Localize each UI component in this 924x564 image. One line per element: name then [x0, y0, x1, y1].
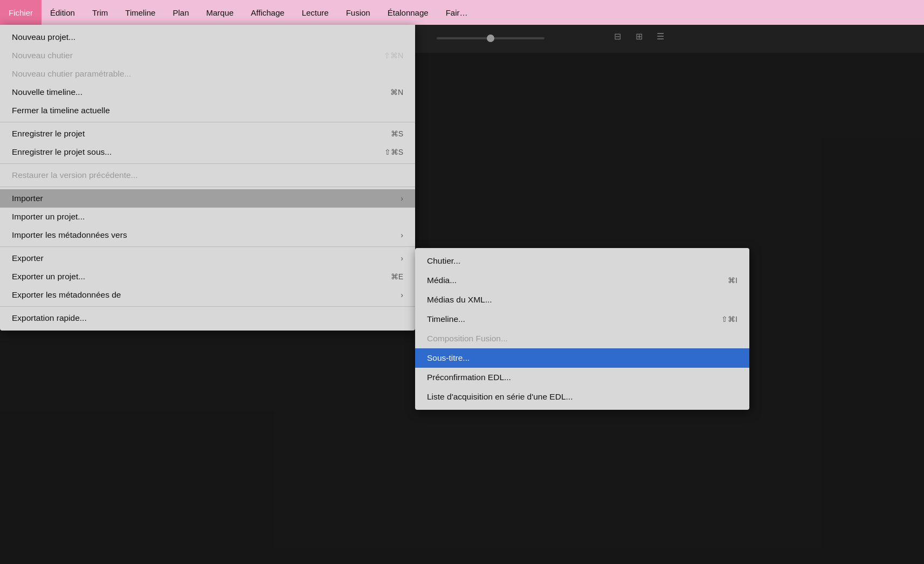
- menu-item-label-exportation-rapide: Exportation rapide...: [12, 313, 403, 323]
- menubar-item-etalonnage[interactable]: Étalonnage: [379, 0, 437, 25]
- menu-item-importer[interactable]: Importer›: [0, 189, 415, 208]
- submenu-item-shortcut-timeline: ⇧⌘I: [721, 315, 737, 324]
- menu-item-label-enregistrer-sous: Enregistrer le projet sous...: [12, 147, 363, 157]
- menubar-item-plan[interactable]: Plan: [164, 0, 197, 25]
- menubar-item-edition[interactable]: Édition: [42, 0, 84, 25]
- menu-item-exporter[interactable]: Exporter›: [0, 249, 415, 267]
- submenu-item-label-medias-xml: Médias du XML...: [427, 295, 737, 305]
- menu-item-label-enregistrer-projet: Enregistrer le projet: [12, 129, 369, 139]
- menu-item-shortcut-exporter-projet: ⌘E: [391, 272, 403, 281]
- submenu-item-label-preconfirmation-edl: Préconfirmation EDL...: [427, 373, 737, 382]
- menu-item-nouvelle-timeline[interactable]: Nouvelle timeline...⌘N: [0, 83, 415, 101]
- menu-item-label-exporter: Exporter: [12, 253, 401, 263]
- menu-item-label-nouveau-projet: Nouveau projet...: [12, 32, 403, 42]
- fichier-menu: Nouveau projet...Nouveau chutier⇧⌘NNouve…: [0, 25, 415, 331]
- menu-item-nouveau-projet[interactable]: Nouveau projet...: [0, 28, 415, 46]
- menu-item-label-restaurer: Restaurer la version précédente...: [12, 170, 403, 180]
- menubar-item-trim[interactable]: Trim: [84, 0, 116, 25]
- menu-item-label-nouveau-chutier-parametrable: Nouveau chutier paramétrable...: [12, 69, 403, 79]
- menubar-item-affichage[interactable]: Affichage: [242, 0, 293, 25]
- menu-item-importer-metadonnees[interactable]: Importer les métadonnées vers›: [0, 226, 415, 244]
- submenu-item-label-media: Média...: [427, 276, 706, 285]
- menubar-item-fair[interactable]: Fair…: [437, 0, 477, 25]
- menu-item-fermer-timeline[interactable]: Fermer la timeline actuelle: [0, 101, 415, 120]
- submenu-item-label-chutier: Chutier...: [427, 256, 737, 266]
- menu-divider-div2: [0, 163, 415, 164]
- submenu-item-label-timeline: Timeline...: [427, 314, 700, 324]
- menu-item-shortcut-nouveau-chutier: ⇧⌘N: [384, 51, 403, 60]
- submenu-item-composition-fusion: Composition Fusion...: [415, 329, 749, 348]
- submenu-item-liste-acquisition[interactable]: Liste d'acquisition en série d'une EDL..…: [415, 387, 749, 407]
- menu-item-label-nouvelle-timeline: Nouvelle timeline...: [12, 87, 369, 97]
- menu-item-nouveau-chutier-parametrable: Nouveau chutier paramétrable...: [0, 65, 415, 83]
- menu-item-nouveau-chutier: Nouveau chutier⇧⌘N: [0, 46, 415, 65]
- menubar-item-lecture[interactable]: Lecture: [293, 0, 337, 25]
- menubar-item-timeline[interactable]: Timeline: [116, 0, 164, 25]
- menu-item-shortcut-enregistrer-projet: ⌘S: [391, 129, 403, 138]
- submenu-item-chutier[interactable]: Chutier...: [415, 251, 749, 271]
- menu-item-label-importer-metadonnees: Importer les métadonnées vers: [12, 230, 401, 240]
- menu-item-enregistrer-projet[interactable]: Enregistrer le projet⌘S: [0, 125, 415, 143]
- menu-item-shortcut-enregistrer-sous: ⇧⌘S: [384, 148, 403, 156]
- submenu-item-label-sous-titre: Sous-titre...: [427, 353, 737, 363]
- menu-item-importer-projet[interactable]: Importer un projet...: [0, 208, 415, 226]
- submenu-item-preconfirmation-edl[interactable]: Préconfirmation EDL...: [415, 368, 749, 387]
- submenu-arrow-importer-metadonnees: ›: [401, 231, 403, 239]
- submenu-item-timeline[interactable]: Timeline...⇧⌘I: [415, 309, 749, 329]
- menubar-item-fusion[interactable]: Fusion: [337, 0, 379, 25]
- menu-divider-div3: [0, 187, 415, 187]
- submenu-item-sous-titre[interactable]: Sous-titre...: [415, 348, 749, 368]
- menubar-item-fichier[interactable]: Fichier: [0, 0, 42, 25]
- importer-submenu: Chutier...Média...⌘IMédias du XML...Time…: [415, 248, 749, 410]
- menu-divider-div1: [0, 122, 415, 122]
- submenu-arrow-exporter: ›: [401, 254, 403, 263]
- menu-divider-div5: [0, 306, 415, 307]
- menu-item-enregistrer-sous[interactable]: Enregistrer le projet sous...⇧⌘S: [0, 143, 415, 161]
- menu-item-exporter-projet[interactable]: Exporter un projet...⌘E: [0, 267, 415, 286]
- submenu-arrow-exporter-metadonnees: ›: [401, 291, 403, 299]
- submenu-item-label-liste-acquisition: Liste d'acquisition en série d'une EDL..…: [427, 392, 737, 402]
- menubar: Fichier Édition Trim Timeline Plan Marqu…: [0, 0, 924, 25]
- menu-item-label-exporter-metadonnees: Exporter les métadonnées de: [12, 290, 401, 300]
- submenu-item-medias-xml[interactable]: Médias du XML...: [415, 290, 749, 309]
- submenu-arrow-importer: ›: [401, 194, 403, 203]
- menu-item-exportation-rapide[interactable]: Exportation rapide...: [0, 309, 415, 327]
- menubar-item-marque[interactable]: Marque: [198, 0, 243, 25]
- menu-item-label-nouveau-chutier: Nouveau chutier: [12, 51, 362, 60]
- menu-item-exporter-metadonnees[interactable]: Exporter les métadonnées de›: [0, 286, 415, 304]
- menu-item-restaurer: Restaurer la version précédente...: [0, 166, 415, 184]
- menu-divider-div4: [0, 246, 415, 247]
- menu-item-label-importer: Importer: [12, 194, 401, 203]
- submenu-item-shortcut-media: ⌘I: [728, 276, 737, 285]
- submenu-item-media[interactable]: Média...⌘I: [415, 271, 749, 290]
- submenu-item-label-composition-fusion: Composition Fusion...: [427, 334, 737, 343]
- menu-item-shortcut-nouvelle-timeline: ⌘N: [390, 88, 403, 97]
- menu-item-label-fermer-timeline: Fermer la timeline actuelle: [12, 106, 403, 115]
- menu-item-label-importer-projet: Importer un projet...: [12, 212, 403, 222]
- menu-item-label-exporter-projet: Exporter un projet...: [12, 272, 369, 281]
